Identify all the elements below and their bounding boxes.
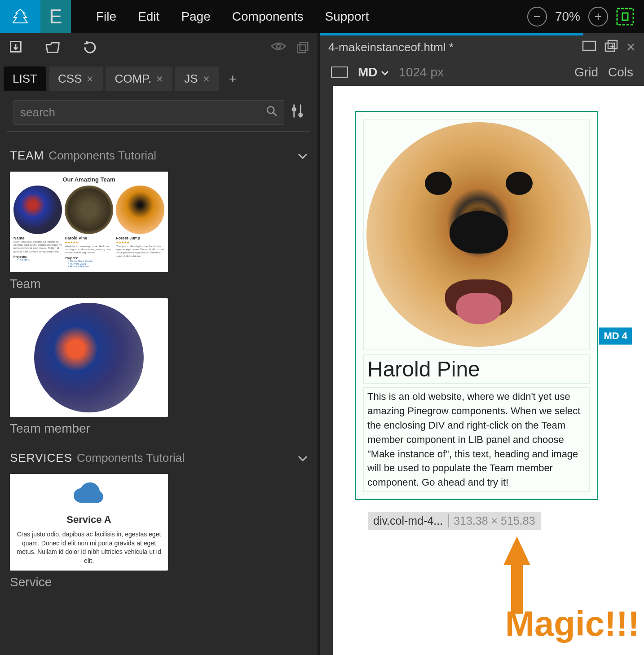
thumb-desc: Harold is an amazing horse. He loves run… [65, 245, 113, 255]
rating-stars-icon: ★★★★★ [116, 241, 164, 244]
app-logo[interactable] [0, 0, 40, 33]
component-label: Service [10, 571, 308, 593]
section-subtitle: Components Tutorial [77, 451, 185, 465]
preview-title: Our Amazing Team [13, 175, 164, 186]
component-text-slot[interactable]: This is an old website, where we didn't … [363, 387, 590, 492]
svg-rect-1 [622, 13, 628, 20]
tab-comp[interactable]: COMP.✕ [106, 66, 172, 91]
thumb-name: Harold Pine [65, 236, 113, 240]
menu-page[interactable]: Page [181, 9, 210, 24]
thumb-projects: • Carrot Care Studio • Runfest 2016 • Ho… [65, 260, 113, 268]
section-header-team[interactable]: TEAM Components Tutorial [10, 137, 308, 168]
breakpoint-selector[interactable]: MD [358, 65, 389, 80]
left-toolbar [0, 33, 318, 64]
menu-edit[interactable]: Edit [138, 9, 159, 24]
svg-point-5 [267, 106, 274, 113]
thumb-desc: Cras justo odio, dapibus ac facilisis in… [13, 240, 62, 253]
thumb-name: Name [13, 236, 62, 240]
undo-icon[interactable] [82, 39, 97, 58]
tab-list[interactable]: LIST [4, 66, 46, 91]
section-subtitle: Components Tutorial [49, 149, 156, 163]
panel-tabs: LIST CSS✕ COMP.✕ JS✕ + [0, 64, 318, 94]
selection-path: div.col-md-4... [373, 514, 443, 527]
close-icon[interactable]: ✕ [156, 74, 163, 84]
viewport-icon[interactable] [582, 40, 596, 54]
viewport-rect-icon[interactable] [331, 66, 348, 78]
zoom-in-button[interactable]: + [588, 7, 608, 27]
selection-dimensions: 313.38 × 515.83 [448, 514, 535, 527]
team-member-text: This is an old website, where we didn't … [367, 389, 586, 490]
service-preview-title: Service A [14, 514, 163, 526]
rating-stars-icon: ★★★★★ [65, 241, 113, 244]
svg-point-2 [277, 44, 281, 49]
zoom-out-button[interactable]: − [527, 7, 547, 27]
search-row [7, 94, 310, 132]
selection-status-bar: div.col-md-4... 313.38 × 515.83 [368, 512, 541, 530]
svg-rect-0 [617, 9, 633, 25]
components-sections[interactable]: TEAM Components Tutorial Our Amazing Tea… [0, 132, 318, 655]
search-icon[interactable] [266, 105, 278, 120]
component-thumb-team-member[interactable] [10, 298, 168, 417]
viewport-width: 1024 px [399, 65, 444, 80]
menu-items: File Edit Page Components Support [96, 9, 369, 24]
thumb-image-owl [65, 186, 113, 234]
selected-element[interactable]: Harold Pine This is an old website, wher… [355, 111, 598, 500]
svg-rect-7 [583, 41, 595, 50]
service-preview-desc: Cras justo odio, dapibus ac facilisis in… [14, 530, 163, 565]
thumb-desc: Cras justo odio, dapibus ac facilisis in… [116, 245, 164, 258]
menu-support[interactable]: Support [325, 9, 369, 24]
tab-js[interactable]: JS✕ [175, 66, 219, 91]
canvas[interactable]: Harold Pine This is an old website, wher… [333, 86, 644, 655]
left-panel: LIST CSS✕ COMP.✕ JS✕ + TEAM Components T… [0, 33, 320, 655]
thumb-image-dog [116, 186, 164, 234]
grid-toggle[interactable]: Grid [574, 65, 598, 80]
close-icon[interactable]: ✕ [203, 74, 210, 84]
team-member-heading: Harold Pine [367, 357, 586, 381]
pinegrow-logo-icon [11, 8, 29, 26]
selection-column-badge[interactable]: MD 4 [599, 328, 632, 345]
component-label: Team [10, 272, 308, 295]
viewport-controls: MD 1024 px Grid Cols [320, 59, 644, 86]
canvas-grid-icon[interactable] [616, 8, 634, 26]
cols-toggle[interactable]: Cols [608, 65, 633, 80]
chevron-down-icon[interactable] [298, 451, 308, 465]
annotation-arrow-icon [503, 536, 530, 565]
new-window-icon[interactable] [604, 40, 618, 55]
component-thumb-team[interactable]: Our Amazing Team Name Cras justo odio, d… [10, 172, 168, 272]
close-tab-icon[interactable]: ✕ [626, 40, 636, 54]
search-box [13, 100, 284, 125]
component-label: Team member [10, 417, 308, 439]
svg-rect-3 [298, 45, 306, 53]
thumb-projects-label: Projects: [13, 255, 62, 258]
visibility-icon[interactable] [271, 41, 286, 56]
component-thumb-service[interactable]: Service A Cras justo odio, dapibus ac fa… [10, 474, 168, 571]
cloud-icon [14, 481, 163, 509]
zoom-value: 70% [555, 9, 580, 24]
thumb-image-bird-large [34, 303, 144, 412]
thumb-name: Forest Jump [116, 236, 164, 240]
right-panel: 4-makeinstanceof.html * ✕ MD 1024 px Gri… [320, 33, 644, 655]
folder-icon[interactable] [45, 40, 60, 58]
component-image-slot[interactable] [363, 119, 590, 350]
tab-css[interactable]: CSS✕ [49, 66, 103, 91]
chevron-down-icon[interactable] [298, 149, 308, 163]
top-menubar: E File Edit Page Components Support − 70… [0, 0, 644, 33]
settings-icon[interactable] [291, 103, 304, 122]
add-tab-button[interactable]: + [222, 68, 244, 90]
file-tab-name[interactable]: 4-makeinstanceof.html * [328, 40, 454, 54]
annotation-text: Magic!!! [505, 603, 640, 644]
import-icon[interactable] [8, 39, 23, 58]
menu-components[interactable]: Components [232, 9, 304, 24]
thumb-image-bird [13, 186, 62, 234]
svg-rect-4 [300, 43, 308, 51]
component-heading-slot[interactable]: Harold Pine [363, 354, 590, 384]
search-input[interactable] [20, 106, 266, 119]
section-header-services[interactable]: SERVICES Components Tutorial [10, 439, 308, 470]
menu-file[interactable]: File [96, 9, 116, 24]
close-icon[interactable]: ✕ [86, 74, 94, 84]
thumb-projects: • Project A [13, 258, 62, 261]
editor-mode-badge[interactable]: E [40, 0, 71, 33]
duplicate-icon[interactable] [296, 41, 309, 56]
file-tab-row: 4-makeinstanceof.html * ✕ [320, 35, 644, 59]
section-title: TEAM [10, 149, 44, 163]
